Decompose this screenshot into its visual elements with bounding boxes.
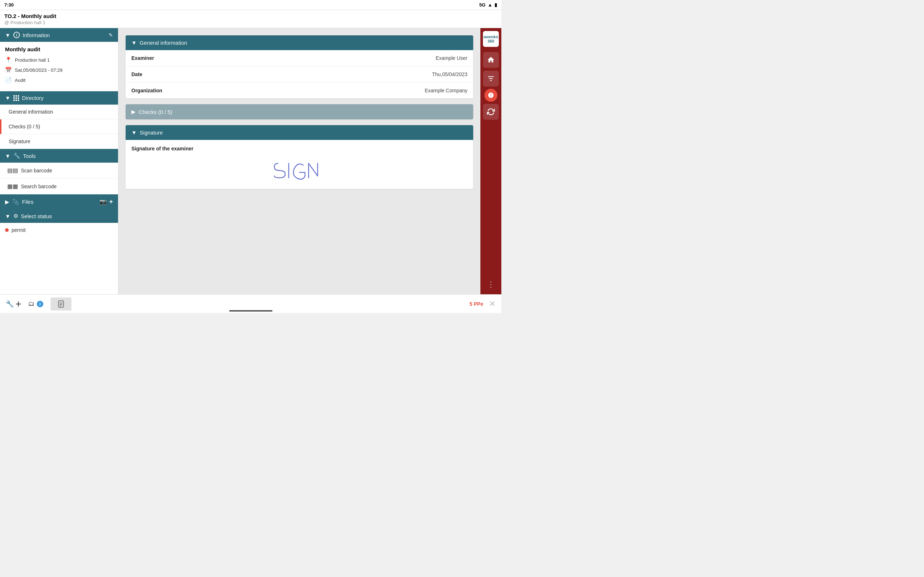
calendar-icon: 📅	[5, 67, 12, 73]
info-content: Monthly audit 📍 Production hall 1 📅 Sat,…	[0, 42, 118, 91]
information-section-header[interactable]: ▼ i Information ✎	[0, 28, 118, 42]
signature-svg	[271, 156, 328, 181]
refresh-button[interactable]	[483, 104, 499, 120]
checks-card-header[interactable]: ▶ Checks (0 / 5)	[126, 104, 473, 119]
logo-text: awenko360	[484, 35, 498, 43]
date-row: 📅 Sat,05/06/2023 - 07:29	[5, 67, 113, 73]
status-chevron-icon: ▼	[5, 213, 10, 219]
search-barcode-icon: ▦▦	[7, 183, 18, 190]
alert-button[interactable]: !	[485, 89, 498, 102]
add-file-icon[interactable]: +	[109, 198, 113, 206]
app-header: TO.2 - Monthly audit @ Production hall 1	[0, 10, 501, 28]
camera-icon[interactable]: 📷	[100, 198, 107, 205]
sidebar: ▼ i Information ✎ Monthly audit 📍 Produc…	[0, 28, 118, 294]
tools-chevron-icon: ▼	[5, 153, 10, 159]
bottom-indicator-bar	[229, 310, 273, 311]
permit-item[interactable]: permit	[0, 223, 118, 237]
home-button[interactable]	[483, 52, 499, 68]
date-value: Thu,05/04/2023	[432, 71, 467, 77]
directory-section-header[interactable]: ▼ Directory	[0, 91, 118, 105]
svg-rect-4	[58, 301, 63, 307]
filter-button[interactable]	[483, 71, 499, 87]
status-time: 7:30	[4, 2, 14, 8]
files-label: Files	[22, 199, 34, 205]
location-row: 📍 Production hall 1	[5, 56, 113, 63]
info-chevron-icon: ▼	[5, 32, 10, 38]
directory-grid-icon	[13, 95, 19, 101]
alert-icon: !	[488, 92, 494, 98]
main-layout: ▼ i Information ✎ Monthly audit 📍 Produc…	[0, 28, 501, 294]
examiner-label: Examiner	[131, 55, 154, 61]
general-info-card: ▼ General information Examiner Example U…	[126, 35, 473, 98]
location-icon: 📍	[5, 56, 12, 63]
search-barcode-item[interactable]: ▦▦ Search barcode	[0, 179, 118, 194]
checks-card-title: Checks (0 / 5)	[139, 109, 172, 115]
directory-label: Directory	[22, 95, 44, 101]
ppe-count: 5 PPe	[470, 301, 483, 307]
network-indicator: 5G	[479, 2, 485, 8]
permit-label: permit	[11, 227, 26, 233]
inbox-button[interactable]: 🗂 0	[28, 300, 43, 308]
checks-chevron-icon: ▶	[131, 108, 136, 115]
permit-dot-indicator	[5, 228, 9, 232]
organization-value: Example Company	[425, 88, 467, 93]
add-icon	[16, 301, 21, 306]
select-status-header[interactable]: ▼ ⚙ Select status	[0, 209, 118, 223]
files-paperclip-icon: 📎	[12, 199, 19, 205]
bottom-bar: 🔧 🗂 0 5 PPe ✕	[0, 294, 501, 313]
select-status-label: Select status	[21, 213, 52, 219]
right-panel: awenko360 ! ⋮	[480, 28, 501, 294]
dir-item-general-info[interactable]: General information	[0, 105, 118, 119]
search-barcode-label: Search barcode	[21, 184, 57, 189]
files-actions: 📷 +	[100, 198, 113, 206]
checks-label: Checks (0 / 5)	[9, 124, 40, 129]
signature-drawing	[131, 154, 467, 183]
document-icon	[58, 300, 64, 308]
tools-wrench-icon: 🔧	[13, 153, 20, 159]
refresh-icon	[487, 108, 495, 116]
signature-card-header[interactable]: ▼ Signature	[126, 125, 473, 140]
filter-icon	[487, 75, 495, 82]
audit-icon: 📄	[5, 77, 12, 83]
more-button[interactable]: ⋮	[487, 280, 494, 288]
signature-area[interactable]: Signature of the examiner	[126, 140, 473, 189]
scan-barcode-icon: ▤▤	[7, 167, 18, 174]
signature-chevron-icon: ▼	[131, 129, 137, 135]
examiner-value: Example User	[436, 55, 467, 61]
edit-icon[interactable]: ✎	[109, 32, 113, 38]
audit-type-row: 📄 Audit	[5, 77, 113, 83]
dir-item-signature[interactable]: Signature	[0, 134, 118, 149]
signature-label: Signature	[9, 139, 30, 144]
files-section-header[interactable]: ▶ 📎 Files 📷 +	[0, 194, 118, 209]
wrench-add-icon: 🔧	[6, 300, 14, 308]
bottom-right: 5 PPe ✕	[470, 299, 496, 309]
signal-icon: ▲	[488, 2, 492, 8]
scan-barcode-item[interactable]: ▤▤ Scan barcode	[0, 163, 118, 179]
document-button[interactable]	[50, 298, 71, 311]
tools-section-header[interactable]: ▼ 🔧 Tools	[0, 149, 118, 163]
organization-row: Organization Example Company	[126, 82, 473, 98]
date-info-row: Date Thu,05/04/2023	[126, 66, 473, 82]
general-info-card-body: Examiner Example User Date Thu,05/04/202…	[126, 50, 473, 98]
header-text-block: TO.2 - Monthly audit @ Production hall 1	[4, 13, 56, 25]
signature-card: ▼ Signature Signature of the examiner	[126, 125, 473, 189]
general-info-label: General information	[9, 109, 53, 115]
home-icon	[487, 56, 495, 64]
monthly-audit-title: Monthly audit	[5, 46, 113, 52]
status-gear-icon: ⚙	[13, 213, 18, 219]
app-logo: awenko360	[483, 31, 499, 47]
files-chevron-icon: ▶	[5, 199, 10, 205]
general-info-card-title: General information	[140, 40, 187, 46]
header-title: TO.2 - Monthly audit	[4, 13, 56, 19]
tools-label: Tools	[23, 153, 36, 159]
close-button[interactable]: ✕	[489, 299, 496, 309]
svg-text:!: !	[490, 93, 492, 97]
general-info-card-header[interactable]: ▼ General information	[126, 35, 473, 50]
dir-item-checks[interactable]: Checks (0 / 5)	[0, 119, 118, 134]
directory-chevron-icon: ▼	[5, 95, 10, 101]
battery-icon: ▮	[494, 2, 497, 8]
add-tool-button[interactable]: 🔧	[6, 300, 21, 308]
checks-card: ▶ Checks (0 / 5)	[126, 104, 473, 119]
signature-card-body: Signature of the examiner	[126, 140, 473, 189]
general-info-chevron-icon: ▼	[131, 40, 137, 46]
